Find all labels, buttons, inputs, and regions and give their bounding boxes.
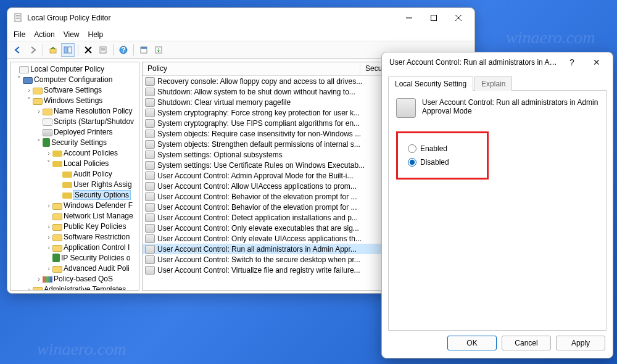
folder-icon xyxy=(33,287,43,291)
svg-rect-19 xyxy=(141,47,147,49)
policy-item-icon xyxy=(145,98,155,107)
tree-user-rights[interactable]: User Rights Assig xyxy=(10,179,139,189)
menu-file[interactable]: File xyxy=(14,30,25,39)
watermark: winaero.com xyxy=(37,339,126,359)
tab-explain[interactable]: Explain xyxy=(474,77,512,91)
maximize-button[interactable] xyxy=(421,9,446,27)
folder-icon xyxy=(33,98,43,105)
tab-local-security[interactable]: Local Security Setting xyxy=(388,77,473,91)
tree-software-restriction[interactable]: ›Software Restriction xyxy=(10,231,139,242)
cancel-button[interactable]: Cancel xyxy=(502,336,551,350)
radio-disabled-label: Disabled xyxy=(420,158,449,167)
tree-local-policies[interactable]: ˅Local Policies xyxy=(10,158,139,168)
policy-item-icon xyxy=(145,109,155,117)
folder-icon xyxy=(52,245,62,252)
dialog-titlebar[interactable]: User Account Control: Run all administra… xyxy=(382,52,613,72)
shield-icon xyxy=(43,138,50,147)
script-icon xyxy=(43,118,52,126)
svg-rect-1 xyxy=(16,15,20,16)
radio-enabled[interactable] xyxy=(408,144,416,153)
watermark: winaero.com xyxy=(506,28,595,48)
close-button[interactable] xyxy=(446,9,471,27)
printer-icon xyxy=(43,129,52,136)
gpedit-icon xyxy=(14,13,23,23)
policy-item-icon xyxy=(145,140,155,149)
back-button[interactable] xyxy=(11,43,25,57)
tree-deployed-printers[interactable]: Deployed Printers xyxy=(10,126,139,137)
tree-security-settings[interactable]: ˅Security Settings xyxy=(10,137,139,147)
tree-pane[interactable]: Local Computer Policy ˅Computer Configur… xyxy=(10,62,139,291)
tree-qos[interactable]: ›Policy-based QoS xyxy=(10,273,139,284)
tree-account-policies[interactable]: ›Account Policies xyxy=(10,147,139,158)
tree-defender-firewall[interactable]: ›Windows Defender F xyxy=(10,200,139,210)
tree-network-list[interactable]: Network List Manage xyxy=(10,210,139,221)
forward-button[interactable] xyxy=(26,43,39,57)
radio-disabled[interactable] xyxy=(408,158,416,167)
svg-rect-3 xyxy=(16,18,20,19)
tab-body: User Account Control: Run all administra… xyxy=(388,90,607,331)
radio-enabled-label: Enabled xyxy=(420,144,447,153)
tree-ip-security[interactable]: IP Security Policies o xyxy=(10,252,139,263)
key-icon xyxy=(62,182,72,188)
col-policy[interactable]: Policy xyxy=(143,62,360,75)
policy-item-icon xyxy=(145,172,155,180)
show-hide-tree-button[interactable] xyxy=(61,43,75,57)
policy-item-icon xyxy=(145,182,155,191)
folder-icon xyxy=(52,213,62,220)
svg-text:?: ? xyxy=(121,46,125,54)
dialog-title: User Account Control: Run all administra… xyxy=(389,58,560,67)
tree-scripts[interactable]: Scripts (Startup/Shutdov xyxy=(10,116,139,126)
tree-security-options[interactable]: Security Options xyxy=(10,189,139,200)
folder-icon xyxy=(52,224,62,231)
export-button[interactable] xyxy=(152,43,165,57)
shield-icon xyxy=(52,254,60,262)
folder-icon xyxy=(33,88,43,94)
policy-item-icon xyxy=(145,88,155,96)
window-title: Local Group Policy Editor xyxy=(27,14,397,22)
close-button[interactable]: ✕ xyxy=(584,57,609,67)
tree-audit-policy[interactable]: Audit Policy xyxy=(10,168,139,179)
policy-icon xyxy=(19,66,29,73)
tabstrip: Local Security Setting Explain xyxy=(382,72,613,90)
minimize-button[interactable] xyxy=(397,9,421,27)
policy-item-icon xyxy=(145,151,155,159)
tree-software-settings[interactable]: ›Software Settings xyxy=(10,85,139,95)
folder-icon xyxy=(52,234,62,241)
tree-name-resolution[interactable]: ›Name Resolution Policy xyxy=(10,105,139,116)
highlighted-radio-group: Enabled Disabled xyxy=(396,131,489,180)
menu-view[interactable]: View xyxy=(64,30,80,39)
folder-icon xyxy=(52,203,62,210)
menubar: File Action View Help xyxy=(7,28,474,41)
policy-item-icon xyxy=(145,77,155,86)
filter-button[interactable] xyxy=(137,43,151,57)
help-button[interactable]: ? xyxy=(560,57,584,67)
policy-properties-dialog: User Account Control: Run all administra… xyxy=(381,52,613,358)
up-button[interactable] xyxy=(46,43,60,57)
apply-button[interactable]: Apply xyxy=(556,336,605,350)
policy-item-icon xyxy=(145,224,155,233)
chart-icon xyxy=(43,276,52,283)
delete-button[interactable] xyxy=(81,43,95,57)
properties-button[interactable] xyxy=(96,43,110,57)
titlebar[interactable]: Local Group Policy Editor xyxy=(7,8,474,28)
menu-action[interactable]: Action xyxy=(34,30,54,39)
policy-item-icon xyxy=(145,161,155,170)
key-icon xyxy=(52,151,62,157)
tree-public-key[interactable]: ›Public Key Policies xyxy=(10,221,139,231)
svg-rect-5 xyxy=(431,15,437,21)
menu-help[interactable]: Help xyxy=(88,30,104,39)
tree-admin-templates[interactable]: ›Administrative Templates xyxy=(10,284,139,291)
tree-app-control[interactable]: ›Application Control I xyxy=(10,242,139,252)
tree-computer-config[interactable]: ˅Computer Configuration xyxy=(10,74,139,85)
computer-icon xyxy=(23,77,33,84)
tree-advanced-audit[interactable]: ›Advanced Audit Poli xyxy=(10,263,139,273)
folder-icon xyxy=(43,109,52,115)
svg-rect-2 xyxy=(16,17,20,17)
ok-button[interactable]: OK xyxy=(447,336,497,350)
policy-item-icon xyxy=(145,203,155,212)
policy-item-icon xyxy=(145,213,155,222)
tree-root[interactable]: Local Computer Policy xyxy=(10,64,139,74)
tree-windows-settings[interactable]: ˅Windows Settings xyxy=(10,95,139,105)
help-button[interactable]: ? xyxy=(117,43,130,57)
policy-item-icon xyxy=(145,234,155,243)
